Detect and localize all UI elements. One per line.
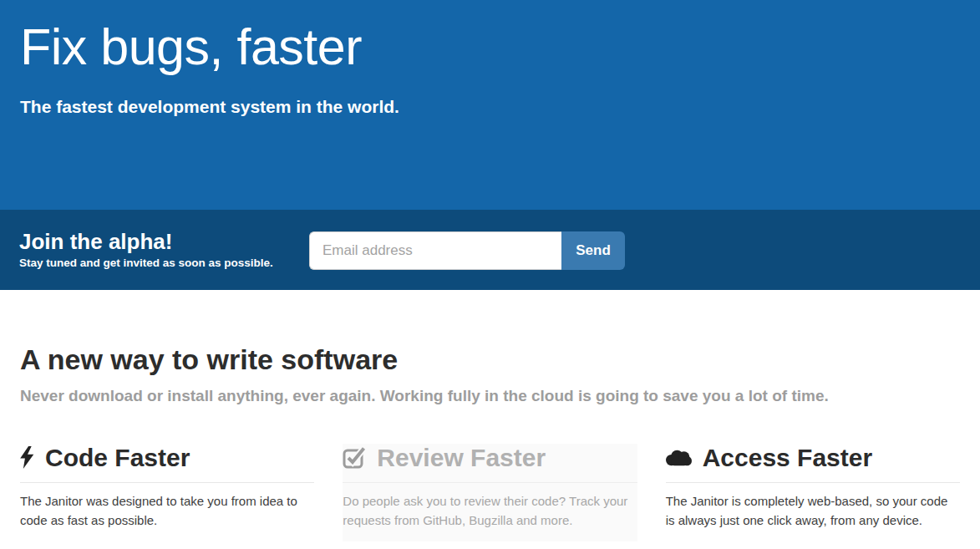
feature-title-label: Access Faster <box>703 444 872 471</box>
email-input[interactable] <box>309 231 561 270</box>
section-heading: A new way to write software <box>20 343 960 376</box>
feature-description: The Janitor was designed to take you fro… <box>20 492 314 530</box>
feature-divider <box>343 482 637 483</box>
cta-subheading: Stay tuned and get invited as soon as po… <box>19 257 273 269</box>
section-subheading: Never download or install anything, ever… <box>20 387 960 405</box>
feature-access-faster-title: Access Faster <box>666 444 960 471</box>
feature-description: The Janitor is completely web-based, so … <box>666 492 960 530</box>
feature-title-label: Code Faster <box>45 444 190 471</box>
cloud-icon <box>666 449 692 466</box>
bolt-icon <box>20 446 34 469</box>
main-section: A new way to write software Never downlo… <box>0 290 980 541</box>
features-row: Code Faster The Janitor was designed to … <box>20 444 960 541</box>
feature-divider <box>666 482 960 483</box>
feature-title-label: Review Faster <box>377 444 546 471</box>
hero-subtitle: The fastest development system in the wo… <box>20 97 960 117</box>
feature-review-faster-title: Review Faster <box>343 444 637 471</box>
feature-code-faster-title: Code Faster <box>20 444 314 471</box>
email-signup-form: Send <box>309 231 625 270</box>
check-square-icon <box>343 446 366 469</box>
cta-band: Join the alpha! Stay tuned and get invit… <box>0 210 980 290</box>
feature-description: Do people ask you to review their code? … <box>343 492 637 530</box>
feature-divider <box>20 482 314 483</box>
send-button[interactable]: Send <box>561 231 625 270</box>
hero-title: Fix bugs, faster <box>20 22 960 73</box>
hero-section: Fix bugs, faster The fastest development… <box>0 0 980 210</box>
cta-heading: Join the alpha! <box>19 231 273 253</box>
feature-review-faster: Review Faster Do people ask you to revie… <box>343 444 637 541</box>
cta-text-block: Join the alpha! Stay tuned and get invit… <box>19 231 273 269</box>
feature-code-faster: Code Faster The Janitor was designed to … <box>20 444 314 541</box>
feature-access-faster: Access Faster The Janitor is completely … <box>666 444 960 541</box>
